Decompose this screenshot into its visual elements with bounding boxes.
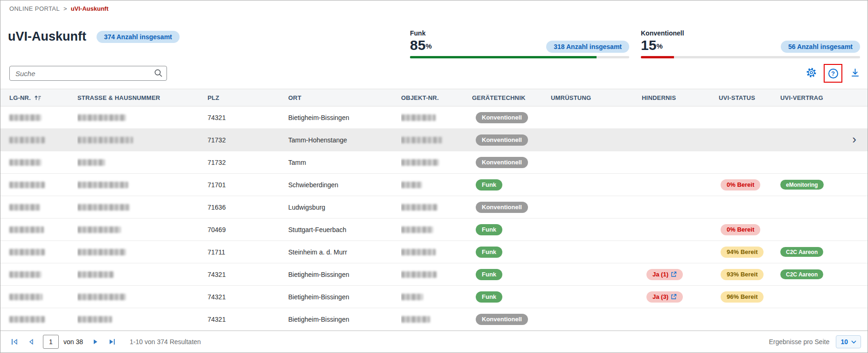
download-button[interactable] (848, 66, 862, 80)
cell-lg-nr (0, 263, 77, 285)
cell-hindernis (642, 174, 719, 196)
column-header-geraetetechnik[interactable]: GERÄTETECHNIK (472, 89, 551, 106)
cell-ort: Ludwigsburg (288, 196, 401, 218)
cell-objekt-nr (401, 308, 472, 330)
first-page-icon (10, 338, 18, 346)
kpi-konventionell-label: Konventionell (641, 29, 860, 37)
cell-umruestung (551, 286, 642, 308)
redacted-text (77, 137, 133, 143)
cell-uvi-vertrag (780, 106, 868, 128)
kpi-konventionell-progress-track (641, 56, 860, 58)
first-page-button[interactable] (9, 337, 19, 346)
previous-page-button[interactable] (26, 337, 35, 346)
table-row[interactable]: 71701SchwieberdingenFunk0% BereiteMonito… (0, 174, 868, 196)
cell-hindernis: Ja (1) (642, 263, 719, 285)
per-page-select[interactable]: 10 (836, 335, 861, 348)
redacted-text (401, 114, 436, 121)
uvi-vertrag-badge: eMonitoring (780, 180, 824, 190)
help-button-highlight-box: ? (824, 64, 842, 83)
table-row[interactable]: 71636LudwigsburgKonventionell (0, 196, 868, 219)
cell-uvi-status: 93% Bereit (719, 263, 780, 285)
table-row[interactable]: 74321Bietigheim-BissingenFunkJa (1)93% B… (0, 263, 868, 286)
column-header-plz[interactable]: PLZ (208, 89, 288, 106)
table-row[interactable]: 74321Bietigheim-BissingenKonventionell (0, 106, 868, 129)
current-page-input[interactable] (43, 335, 59, 349)
cell-umruestung (551, 308, 642, 330)
column-header-label: PLZ (208, 94, 219, 101)
column-header-ort[interactable]: ORT (288, 89, 401, 106)
redacted-text (77, 249, 126, 255)
redacted-text (9, 294, 42, 300)
search-input[interactable] (9, 66, 167, 81)
geraetetechnik-badge: Funk (476, 224, 502, 235)
cell-lg-nr (0, 174, 77, 196)
cell-strasse-hausnummer (77, 308, 208, 330)
redacted-text (9, 316, 45, 323)
breadcrumb-current: uVI-Auskunft (71, 5, 109, 12)
table-row[interactable]: 74321Bietigheim-BissingenFunkJa (3)96% B… (0, 286, 868, 308)
cell-strasse-hausnummer (77, 219, 208, 240)
cell-geraetetechnik: Konventionell (472, 151, 551, 173)
table-body: 74321Bietigheim-BissingenKonventionell71… (0, 106, 868, 331)
redacted-text (77, 114, 126, 121)
column-header-objekt-nr[interactable]: OBJEKT-NR. (401, 89, 472, 106)
table-row[interactable]: 71732TammKonventionell (0, 151, 868, 174)
geraetetechnik-badge: Konventionell (476, 157, 528, 168)
cell-geraetetechnik: Konventionell (472, 106, 551, 128)
column-header-strasse-hausnummer[interactable]: STRASSE & HAUSNUMMER (77, 89, 208, 106)
column-header-lg-nr[interactable]: LG-NR. (0, 89, 77, 106)
hindernis-badge[interactable]: Ja (3) (646, 291, 683, 303)
column-header-hindernis[interactable]: HINDERNIS (642, 89, 719, 106)
settings-button[interactable] (804, 66, 818, 80)
breadcrumb-root-link[interactable]: ONLINE PORTAL (9, 5, 60, 12)
cell-plz: 71732 (208, 129, 288, 151)
cell-hindernis (642, 106, 719, 128)
cell-objekt-nr (401, 263, 472, 285)
cell-geraetetechnik: Funk (472, 219, 551, 240)
hindernis-label: Ja (3) (653, 293, 668, 300)
kpi-konventionell-percent: 15 (641, 38, 656, 53)
column-header-label: LG-NR. (9, 94, 31, 101)
hindernis-badge[interactable]: Ja (1) (646, 269, 683, 280)
page-title: uVI-Auskunft (8, 29, 86, 44)
cell-ort: Bietigheim-Bissingen (288, 286, 401, 308)
cell-hindernis (642, 196, 719, 218)
cell-umruestung (551, 196, 642, 218)
column-header-umruestung[interactable]: UMRÜSTUNG (551, 89, 642, 106)
redacted-text (77, 294, 126, 300)
pagination-controls: von 38 1-10 von 374 Resultaten (9, 335, 201, 349)
kpi-funk-progress-track (410, 56, 629, 58)
column-header-label: OBJEKT-NR. (401, 94, 439, 101)
help-button[interactable]: ? (826, 66, 840, 80)
cell-ort: Tamm (288, 151, 401, 173)
cell-umruestung (551, 106, 642, 128)
row-chevron-icon[interactable]: › (852, 133, 856, 145)
cell-ort: Bietigheim-Bissingen (288, 263, 401, 285)
search-icon[interactable] (154, 69, 163, 79)
cell-strasse-hausnummer (77, 196, 208, 218)
kpi-konventionell: Konventionell 15 % 56 Anzahl insgesamt (641, 29, 860, 58)
last-page-button[interactable] (107, 337, 117, 346)
column-header-uvi-vertrag[interactable]: UVI-VERTRAG (780, 89, 868, 106)
table-row[interactable]: 71711Steinheim a. d. MurrFunk94% BereitC… (0, 241, 868, 263)
kpi-funk-label: Funk (410, 29, 629, 37)
download-icon (850, 67, 861, 80)
cell-hindernis (642, 241, 719, 263)
cell-objekt-nr (401, 286, 472, 308)
cell-plz: 71711 (208, 241, 288, 263)
cell-uvi-vertrag (780, 308, 868, 330)
table-row[interactable]: 74321Bietigheim-BissingenKonventionell (0, 308, 868, 331)
next-page-button[interactable] (90, 337, 100, 346)
table-row[interactable]: 70469Stuttgart-FeuerbachFunk0% Bereit (0, 219, 868, 241)
cell-uvi-status (719, 106, 780, 128)
cell-ort: Stuttgart-Feuerbach (288, 219, 401, 240)
cell-geraetetechnik: Konventionell (472, 308, 551, 330)
uvi-status-badge: 94% Bereit (721, 247, 764, 258)
uvi-vertrag-badge: C2C Aareon (780, 247, 823, 257)
cell-uvi-vertrag (780, 286, 868, 308)
cell-plz: 71732 (208, 151, 288, 173)
column-header-label: ORT (288, 94, 301, 101)
column-header-uvi-status[interactable]: UVI-STATUS (719, 89, 780, 106)
cell-geraetetechnik: Funk (472, 174, 551, 196)
table-row[interactable]: 71732Tamm-HohenstangeKonventionell› (0, 129, 868, 151)
